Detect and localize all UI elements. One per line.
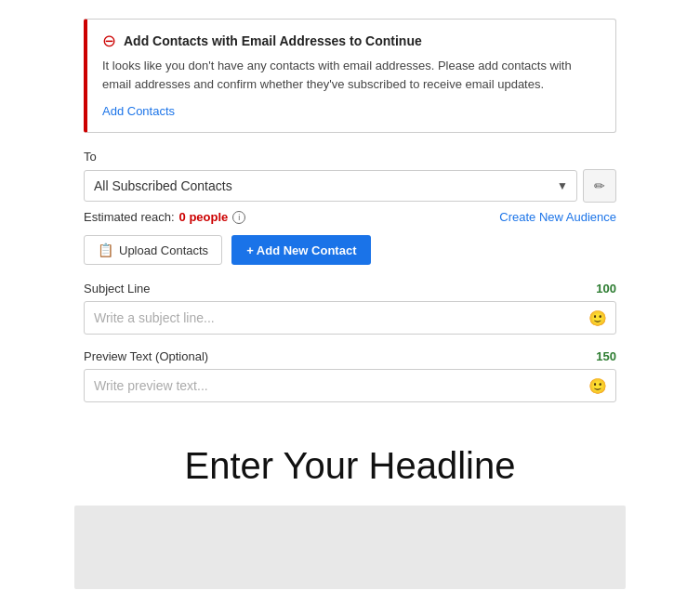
info-icon[interactable]: i: [232, 211, 245, 224]
alert-title: Add Contacts with Email Addresses to Con…: [124, 33, 422, 48]
edit-audience-button[interactable]: ✏: [583, 169, 616, 203]
add-contacts-link[interactable]: Add Contacts: [102, 104, 175, 118]
upload-contacts-button[interactable]: 📋 Upload Contacts: [84, 235, 222, 265]
preview-text-label: Preview Text (Optional): [84, 349, 208, 363]
preview-text-input[interactable]: [84, 369, 616, 402]
reach-row: Estimated reach: 0 people i Create New A…: [84, 210, 616, 224]
add-new-contact-button[interactable]: + Add New Contact: [231, 235, 371, 265]
alert-body: It looks like you don't have any contact…: [102, 57, 601, 93]
subject-line-header: Subject Line 100: [84, 282, 616, 295]
headline-text: Enter Your Headline: [84, 445, 616, 487]
subject-line-section: Subject Line 100 🙂: [84, 282, 616, 335]
image-placeholder: [74, 506, 626, 589]
edit-icon: ✏: [594, 178, 605, 193]
subject-line-char-count: 100: [596, 282, 616, 295]
alert-icon: ⊖: [102, 33, 116, 49]
create-new-audience-link[interactable]: Create New Audience: [499, 210, 616, 224]
reach-count: 0 people: [179, 210, 229, 224]
preview-text-input-wrapper: 🙂: [84, 369, 616, 402]
preview-text-header: Preview Text (Optional) 150: [84, 349, 616, 363]
preview-emoji-icon[interactable]: 🙂: [588, 377, 607, 395]
to-row: All Subscribed Contacts ▼ ✏: [84, 169, 616, 203]
subject-line-label: Subject Line: [84, 282, 151, 295]
alert-box: ⊖ Add Contacts with Email Addresses to C…: [84, 19, 616, 133]
headline-section: Enter Your Headline: [84, 417, 616, 506]
action-buttons-row: 📋 Upload Contacts + Add New Contact: [84, 235, 616, 265]
subject-line-input-wrapper: 🙂: [84, 301, 616, 335]
subject-emoji-icon[interactable]: 🙂: [588, 309, 607, 327]
audience-select-wrapper: All Subscribed Contacts ▼: [84, 170, 577, 202]
estimated-reach-label: Estimated reach:: [84, 210, 175, 224]
upload-icon: 📋: [98, 243, 113, 257]
add-contact-label: + Add New Contact: [246, 243, 356, 257]
audience-select[interactable]: All Subscribed Contacts: [84, 170, 577, 202]
to-label: To: [84, 150, 616, 164]
upload-contacts-label: Upload Contacts: [119, 243, 208, 257]
reach-left: Estimated reach: 0 people i: [84, 210, 245, 224]
preview-text-char-count: 150: [596, 349, 616, 363]
preview-text-section: Preview Text (Optional) 150 🙂: [84, 349, 616, 402]
subject-line-input[interactable]: [84, 301, 616, 335]
alert-header: ⊖ Add Contacts with Email Addresses to C…: [102, 33, 601, 49]
